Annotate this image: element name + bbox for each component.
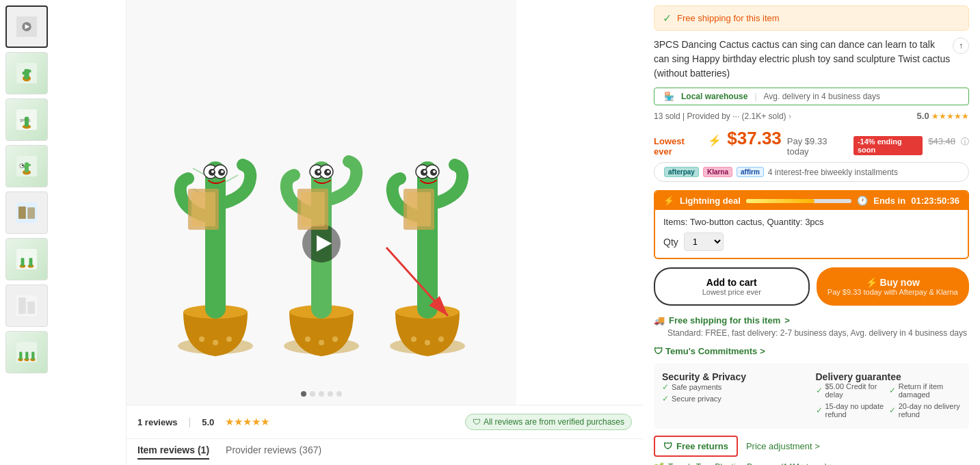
svg-point-65 (319, 340, 324, 345)
verified-icon: 🛡 (473, 417, 481, 427)
shipping-section: 🚚 Free shipping for this item > Standard… (654, 315, 969, 338)
svg-rect-40 (205, 161, 226, 319)
svg-rect-84 (301, 192, 325, 226)
tab-item-reviews[interactable]: Item reviews (1) (137, 444, 209, 460)
lightning-deal-icon: ⚡ (663, 196, 674, 206)
commitments-grid: Security & Privacy ✓ Safe payments ✓ Sec… (654, 363, 969, 429)
qty-label: Qty (663, 237, 678, 248)
security-title: Security & Privacy (662, 371, 808, 382)
delivery-title: Delivery guarantee (816, 371, 962, 382)
product-title-row: 3PCS Dancing Cactus cactus can sing can … (654, 38, 969, 81)
sold-info: 13 sold | Provided by ··· (2.1K+ sold) ›… (654, 111, 969, 121)
klarna-badge: Klarna (703, 167, 732, 177)
buy-now-button[interactable]: ⚡ Buy now Pay $9.33 today with Afterpay … (817, 267, 970, 306)
share-button[interactable]: ↑ (953, 38, 969, 54)
image-dots (301, 391, 342, 397)
qty-dropdown[interactable]: 1 2 3 (684, 232, 724, 251)
lightning-icon: ⚡ (708, 134, 721, 147)
returns-shield-icon: 🛡 (663, 441, 672, 451)
thumbnail-1[interactable] (5, 5, 48, 48)
warehouse-badge: 🏪 Local warehouse | Avg. delivery in 4 b… (654, 88, 969, 105)
svg-point-50 (211, 170, 214, 173)
svg-point-63 (327, 170, 330, 173)
buy-now-sub-text: Pay $9.33 today with Afterpay & Klarna (825, 288, 962, 296)
commitments-chevron: > (760, 346, 765, 356)
original-price: $43.48 (928, 136, 955, 146)
thumbnail-2[interactable] (5, 52, 48, 94)
svg-rect-28 (18, 297, 26, 314)
svg-point-53 (213, 340, 218, 345)
svg-point-18 (22, 165, 23, 166)
svg-rect-20 (18, 207, 26, 219)
thumbnail-sidebar: 3PCS (0, 0, 127, 465)
warehouse-detail: Avg. delivery in 4 business days (764, 92, 881, 101)
shipping-chevron: > (784, 315, 790, 326)
dot-3[interactable] (319, 391, 324, 397)
svg-point-66 (332, 336, 338, 342)
svg-point-54 (226, 336, 232, 342)
truck-icon: 🚚 (654, 315, 665, 326)
buy-lightning-icon: ⚡ (866, 277, 877, 288)
price-adjustment-link[interactable]: Price adjustment > (738, 437, 828, 455)
tab-provider-reviews[interactable]: Provider reviews (367) (226, 444, 321, 460)
thumbnail-6[interactable] (5, 238, 48, 280)
thumbnail-8[interactable] (5, 331, 48, 373)
dot-4[interactable] (328, 391, 333, 397)
affirm-badge: affirm (737, 167, 764, 177)
svg-point-16 (28, 163, 31, 166)
svg-rect-86 (407, 192, 431, 226)
free-returns-text: Free returns (676, 441, 728, 451)
lightning-deal: ⚡ Lightning deal 🕐 Ends in 01:23:50:36 I… (654, 190, 969, 259)
buy-now-label: ⚡ Buy now (825, 277, 962, 288)
dot-1[interactable] (301, 391, 306, 397)
thumbnail-7[interactable] (5, 284, 48, 327)
svg-point-76 (423, 170, 426, 173)
tree-program-link[interactable]: 🌱 Temu's Tree Planting Program (14M+ tre… (654, 462, 969, 465)
chevron-provider: › (789, 111, 791, 121)
pay-today: Pay $9.33 today (787, 136, 848, 157)
sold-count: 13 sold (654, 111, 680, 121)
svg-rect-71 (417, 161, 438, 319)
check-icon-2: ✓ (662, 394, 669, 403)
info-icon: ⓘ (961, 136, 969, 148)
svg-point-6 (22, 72, 25, 75)
secure-privacy-text: Secure privacy (672, 395, 721, 403)
svg-point-77 (433, 170, 436, 173)
svg-point-51 (221, 170, 224, 173)
security-col: Security & Privacy ✓ Safe payments ✓ Sec… (662, 371, 808, 421)
commitments-link[interactable]: 🛡 Temu's Commitments > (654, 346, 969, 356)
add-to-cart-button[interactable]: Add to cart Lowest price ever (654, 267, 810, 306)
lightning-deal-body: Items: Two-button cactus, Quantity: 3pcs… (655, 210, 968, 258)
thumbnail-4[interactable] (5, 145, 48, 187)
price-main: $37.33 (727, 128, 782, 149)
ends-label: Ends in (873, 196, 905, 206)
commitments-text: Temu's Commitments (665, 346, 757, 356)
check-icon-1: ✓ (662, 382, 669, 392)
thumbnail-3[interactable]: 3PCS (5, 98, 48, 141)
provider-dots: ··· (732, 111, 741, 121)
svg-point-62 (317, 170, 320, 173)
buy-now-text: Buy now (880, 277, 920, 288)
review-count: 1 reviews (137, 417, 178, 427)
free-shipping-banner: ✓ Free shipping for this item (654, 5, 969, 31)
price-section: Lowest ever ⚡ $37.33 Pay $9.33 today -14… (654, 128, 969, 182)
deal-progress-fill (746, 199, 815, 203)
svg-point-78 (411, 336, 416, 342)
product-panel: ✓ Free shipping for this item 3PCS Danci… (643, 0, 980, 465)
dot-2[interactable] (310, 391, 315, 397)
provided-by: Provided by (687, 111, 730, 121)
review-rating: 5.0 (202, 417, 214, 427)
svg-point-64 (305, 336, 310, 342)
dot-5[interactable] (336, 391, 342, 397)
warehouse-icon: 🏪 (664, 92, 674, 101)
shield-icon: 🛡 (654, 346, 663, 356)
deal-timer: 01:23:50:36 (911, 196, 959, 206)
tree-program-text: Temu's Tree Planting Program (14M+ trees… (668, 462, 834, 465)
shipping-link[interactable]: 🚚 Free shipping for this item > (654, 315, 969, 326)
svg-rect-14 (25, 163, 29, 172)
safe-payments-text: Safe payments (672, 383, 721, 391)
thumbnail-5[interactable] (5, 191, 48, 234)
free-returns-button[interactable]: 🛡 Free returns (654, 436, 738, 457)
reviews-tabs: Item reviews (1) Provider reviews (367) (127, 438, 643, 465)
tree-icon: 🌱 (654, 462, 664, 465)
